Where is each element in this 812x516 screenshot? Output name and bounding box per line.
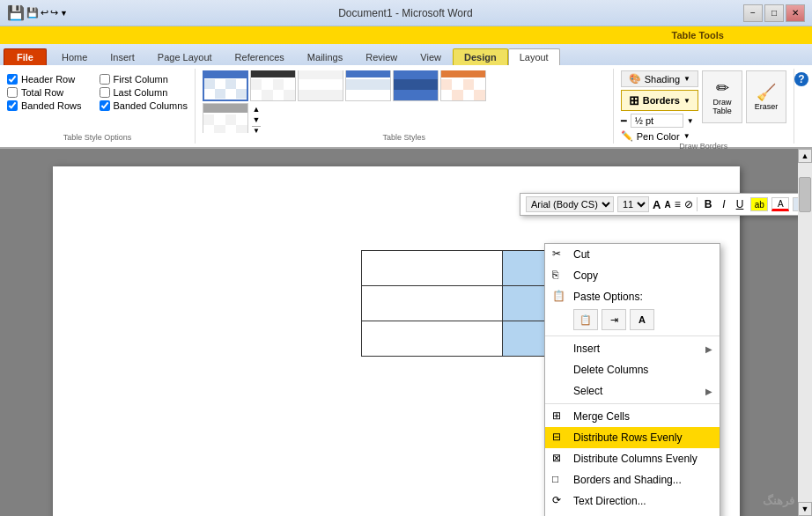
scroll-up-button[interactable]: ▲ [798, 149, 812, 163]
save-icon[interactable]: 💾 [26, 7, 39, 18]
redo-icon[interactable]: ↪ [50, 7, 58, 18]
ctx-cell-alignment[interactable]: ⊡ Cell Alignment ▶ [545, 512, 720, 516]
clear-format-icon[interactable]: ⊘ [684, 198, 693, 210]
ctx-text-direction-label: Text Direction... [573, 495, 712, 507]
tab-home[interactable]: Home [50, 48, 99, 65]
style-swatch-3[interactable] [298, 70, 343, 101]
shrink-font-icon[interactable]: A [664, 200, 670, 210]
pen-size-icon: ━ [621, 115, 627, 127]
header-row-checkbox[interactable] [7, 74, 18, 85]
underline-button[interactable]: U [733, 197, 748, 211]
pen-size-row: ━ ▼ [621, 114, 698, 128]
dropdown-icon[interactable]: ▼ [60, 9, 68, 18]
borders-icon: ⊞ [629, 93, 639, 107]
shading-button[interactable]: 🎨 Shading ▼ [621, 70, 698, 87]
maximize-button[interactable]: □ [764, 4, 784, 22]
scroll-down-button[interactable]: ▼ [798, 502, 812, 516]
tab-mailings[interactable]: Mailings [296, 48, 354, 65]
ctx-copy-label: Copy [573, 269, 712, 282]
style-swatches: ▲ ▼ ▼ [203, 70, 520, 133]
borders-dropdown-icon[interactable]: ▼ [683, 97, 690, 105]
font-selector[interactable]: Arial (Body CS) [526, 196, 614, 212]
tab-insert[interactable]: Insert [99, 48, 146, 65]
checkbox-last-column[interactable]: Last Column [100, 87, 188, 98]
style-swatch-2[interactable] [250, 70, 296, 101]
checkbox-banded-rows[interactable]: Banded Rows [7, 100, 82, 111]
draw-table-icon: ✏ [716, 78, 729, 98]
last-column-checkbox[interactable] [100, 87, 110, 98]
distribute-rows-icon: ⊟ [552, 431, 566, 445]
checkbox-first-column[interactable]: First Column [100, 74, 188, 85]
checkbox-banded-columns[interactable]: Banded Columns [100, 100, 188, 111]
table-cell[interactable] [362, 251, 503, 286]
style-swatch-5[interactable] [393, 70, 439, 101]
ctx-select[interactable]: Select ▶ [545, 380, 720, 402]
tab-file[interactable]: File [4, 48, 47, 65]
banded-rows-checkbox[interactable] [7, 100, 18, 111]
pen-size-dropdown-icon[interactable]: ▼ [687, 117, 694, 125]
paste-opt-merge[interactable]: ⇥ [602, 309, 626, 330]
style-swatch-1[interactable] [203, 70, 248, 101]
style-swatch-dropdown[interactable]: ▲ ▼ ▼ [250, 103, 262, 134]
scrollbar[interactable]: ▲ ▼ [798, 149, 812, 516]
tab-page-layout[interactable]: Page Layout [146, 48, 224, 65]
ctx-separator-1 [545, 335, 720, 336]
text-direction-icon: ⟳ [552, 494, 566, 508]
pen-size-input[interactable] [631, 114, 683, 128]
tab-references[interactable]: References [224, 48, 296, 65]
cut-icon: ✂ [552, 247, 566, 262]
checkbox-header-row[interactable]: Header Row [7, 74, 82, 85]
scroll-thumb[interactable] [799, 177, 811, 212]
ctx-delete-columns[interactable]: Delete Columns [545, 359, 720, 380]
help-icon[interactable]: ? [794, 72, 808, 86]
undo-icon[interactable]: ↩ [41, 7, 48, 18]
insert-icon [552, 342, 566, 356]
ctx-borders-shading[interactable]: □ Borders and Shading... [545, 469, 720, 490]
shading-dropdown-icon[interactable]: ▼ [683, 75, 690, 83]
total-row-checkbox[interactable] [7, 87, 18, 98]
font-size-selector[interactable]: 11 [617, 196, 649, 212]
ctx-text-direction[interactable]: ⟳ Text Direction... [545, 490, 720, 512]
toolbar-divider [697, 197, 698, 211]
draw-table-button[interactable]: ✏ DrawTable [702, 70, 742, 123]
style-swatch-6[interactable] [440, 70, 486, 101]
checkbox-total-row[interactable]: Total Row [7, 87, 82, 98]
pen-color-icon: ✏️ [621, 130, 633, 142]
italic-button[interactable]: I [719, 197, 728, 211]
tab-review[interactable]: Review [354, 48, 409, 65]
tab-design[interactable]: Design [453, 48, 508, 65]
tab-view[interactable]: View [409, 48, 453, 65]
ctx-distribute-rows[interactable]: ⊟ Distribute Rows Evenly [545, 427, 720, 448]
first-column-checkbox[interactable] [100, 74, 110, 85]
eraser-button[interactable]: 🧹 Eraser [746, 70, 786, 123]
grow-font-icon[interactable]: A [653, 198, 661, 211]
ctx-cut[interactable]: ✂ Cut [545, 244, 720, 265]
ctx-merge-cells[interactable]: ⊞ Merge Cells [545, 406, 720, 427]
pen-color-dropdown-icon[interactable]: ▼ [683, 132, 690, 140]
last-column-label: Last Column [114, 87, 168, 98]
bold-button[interactable]: B [701, 197, 716, 211]
style-swatch-7[interactable] [203, 103, 248, 134]
group-table-style-options: Header Row Total Row Banded Rows First C… [0, 69, 196, 144]
table-cell[interactable] [362, 321, 503, 357]
ctx-insert[interactable]: Insert ▶ [545, 338, 720, 359]
borders-button[interactable]: ⊞ Borders ▼ [621, 90, 698, 111]
minimize-button[interactable]: − [743, 4, 763, 22]
tab-layout[interactable]: Layout [508, 48, 560, 65]
ctx-copy[interactable]: ⎘ Copy [545, 265, 720, 286]
ctx-distribute-cols[interactable]: ⊠ Distribute Columns Evenly [545, 448, 720, 469]
paste-opt-text-only[interactable]: A [630, 309, 654, 330]
table-tools-label: Table Tools [654, 30, 742, 41]
title-bar: 💾 💾 ↩ ↪ ▼ Document1 - Microsoft Word − □… [0, 0, 812, 26]
style-swatch-4[interactable] [345, 70, 391, 101]
table-cell[interactable] [362, 286, 503, 321]
font-color-button[interactable]: A [771, 197, 789, 211]
highlight-button[interactable]: ab [750, 197, 768, 211]
font-format-icon[interactable]: ≡ [675, 198, 681, 210]
banded-columns-checkbox[interactable] [100, 100, 110, 111]
first-column-label: First Column [114, 74, 168, 85]
group-label-table-styles: Table Styles [203, 133, 606, 142]
close-button[interactable]: ✕ [786, 4, 805, 22]
paste-opt-keep-src[interactable]: 📋 [573, 309, 598, 330]
select-icon [552, 384, 566, 398]
